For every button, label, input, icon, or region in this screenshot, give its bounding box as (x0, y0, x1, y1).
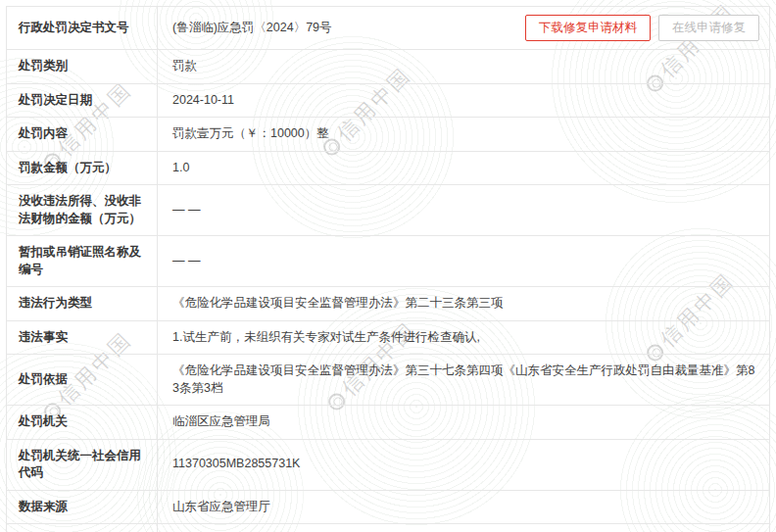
table-row-decision-date: 处罚决定日期 2024-10-11 (7, 83, 770, 118)
row-label: 没收违法所得、没收非法财物的金额（万元） (7, 185, 158, 236)
row-label: 处罚机关统一社会信用代码 (7, 439, 158, 490)
table-row-decision-number: 行政处罚决定书文号 (鲁淄临)应急罚〈2024〉79号 下载修复申请材料 在线申… (7, 7, 770, 50)
row-label: 处罚依据 (7, 355, 158, 406)
row-label: 违法行为类型 (7, 287, 158, 321)
row-value: 临淄区应急管理局 (158, 406, 770, 440)
row-value: 罚款壹万元（￥：10000）整 (158, 118, 770, 152)
table-row-penalty-content: 处罚内容 罚款壹万元（￥：10000）整 (7, 118, 770, 152)
decision-number-value: (鲁淄临)应急罚〈2024〉79号 (172, 20, 332, 37)
row-value: 11370305MB2855731K (158, 439, 770, 490)
table-row-fine-amount: 罚款金额（万元） 1.0 (7, 151, 770, 185)
row-label: 暂扣或吊销证照名称及编号 (7, 236, 158, 287)
table-row-penalty-authority: 处罚机关 临淄区应急管理局 (7, 406, 770, 440)
row-label: 处罚类别 (7, 50, 158, 84)
table-row-penalty-category: 处罚类别 罚款 (7, 50, 770, 84)
row-value: 山东省应急管理厅 (158, 490, 770, 524)
row-label: 数据来源 (7, 490, 158, 524)
table-row-source-credit-code: 数据来源单位统一社会信用代码 11370000MB2848582N (7, 524, 770, 532)
table-row-confiscation-amount: 没收违法所得、没收非法财物的金额（万元） — — (7, 185, 770, 236)
table-row-license-revocation: 暂扣或吊销证照名称及编号 — — (7, 236, 770, 287)
row-value: 《危险化学品建设项目安全监督管理办法》第三十七条第四项《山东省安全生产行政处罚自… (158, 355, 770, 406)
row-value: 2024-10-11 (158, 83, 770, 118)
row-label: 处罚决定日期 (7, 83, 158, 118)
row-label: 处罚机关 (7, 406, 158, 440)
download-repair-materials-button[interactable]: 下载修复申请材料 (525, 15, 651, 41)
row-value: — — (158, 236, 770, 287)
table-row-violation-facts: 违法事实 1.试生产前，未组织有关专家对试生产条件进行检查确认, (7, 320, 770, 355)
row-value: — — (158, 185, 770, 236)
row-label: 行政处罚决定书文号 (7, 7, 158, 50)
row-label: 处罚内容 (7, 118, 158, 152)
row-label: 数据来源单位统一社会信用代码 (7, 524, 158, 532)
table-row-violation-type: 违法行为类型 《危险化学品建设项目安全监督管理办法》第二十三条第三项 (7, 287, 770, 321)
row-value: (鲁淄临)应急罚〈2024〉79号 下载修复申请材料 在线申请修复 (158, 7, 770, 50)
row-value: 1.0 (158, 151, 770, 185)
row-value: 《危险化学品建设项目安全监督管理办法》第二十三条第三项 (158, 287, 770, 321)
penalty-detail-table: 行政处罚决定书文号 (鲁淄临)应急罚〈2024〉79号 下载修复申请材料 在线申… (6, 6, 770, 532)
table-row-penalty-basis: 处罚依据 《危险化学品建设项目安全监督管理办法》第三十七条第四项《山东省安全生产… (7, 355, 770, 406)
row-value: 罚款 (158, 50, 770, 84)
repair-button-group: 下载修复申请材料 在线申请修复 (525, 15, 759, 41)
row-value: 11370000MB2848582N (158, 524, 770, 532)
row-label: 罚款金额（万元） (7, 151, 158, 185)
row-value: 1.试生产前，未组织有关专家对试生产条件进行检查确认, (158, 320, 770, 355)
table-row-data-source: 数据来源 山东省应急管理厅 (7, 490, 770, 524)
row-label: 违法事实 (7, 320, 158, 355)
table-row-authority-credit-code: 处罚机关统一社会信用代码 11370305MB2855731K (7, 439, 770, 490)
online-repair-apply-button[interactable]: 在线申请修复 (658, 15, 759, 41)
